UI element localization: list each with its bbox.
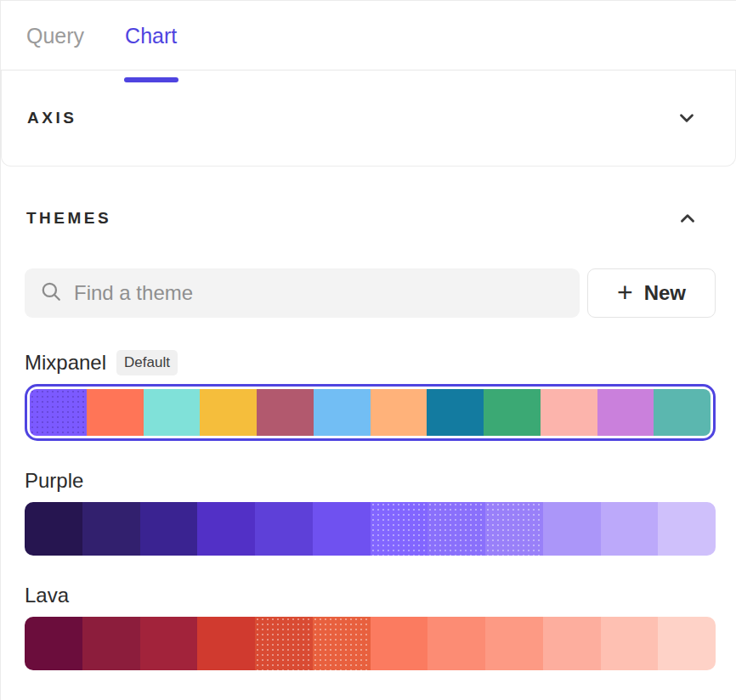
chart-settings-panel: Query Chart AXIS THEMES xyxy=(0,0,736,700)
tab-bar: Query Chart xyxy=(1,1,736,71)
theme-item: MixpanelDefault xyxy=(25,350,716,441)
theme-swatch xyxy=(601,502,659,556)
theme-swatch xyxy=(543,502,601,556)
theme-swatch xyxy=(601,617,659,670)
theme-search-row: + New xyxy=(25,268,716,318)
theme-search-box[interactable] xyxy=(25,268,580,318)
theme-name: Purple xyxy=(25,468,83,494)
theme-swatch xyxy=(427,617,485,670)
theme-name: Mixpanel xyxy=(25,350,106,375)
chevron-down-icon xyxy=(676,107,698,129)
theme-swatch xyxy=(485,502,543,556)
theme-swatch xyxy=(255,502,313,556)
themes-section-title: THEMES xyxy=(26,209,111,228)
theme-swatch xyxy=(25,502,82,556)
theme-swatch xyxy=(658,502,716,556)
theme-swatch xyxy=(140,617,198,670)
theme-item: Purple xyxy=(25,468,716,556)
theme-swatch xyxy=(658,617,716,670)
new-theme-button-label: New xyxy=(644,281,686,305)
theme-list: MixpanelDefaultPurpleLavaMist xyxy=(25,350,716,700)
theme-swatch xyxy=(30,389,87,436)
theme-swatch xyxy=(140,502,198,556)
theme-search-input[interactable] xyxy=(74,281,564,305)
theme-swatch xyxy=(597,389,654,436)
theme-swatch xyxy=(543,617,601,670)
themes-section: THEMES + New Mixp xyxy=(1,170,736,700)
theme-swatch xyxy=(82,617,140,670)
theme-swatch xyxy=(371,502,428,556)
theme-swatch xyxy=(654,389,711,436)
theme-swatch xyxy=(313,617,371,670)
theme-swatch xyxy=(314,389,371,436)
theme-label-row: Lava xyxy=(25,583,716,608)
theme-item: Lava xyxy=(25,583,716,670)
theme-swatch-row[interactable] xyxy=(25,617,716,670)
axis-section-header[interactable]: AXIS xyxy=(1,71,736,167)
theme-swatch xyxy=(485,617,543,670)
theme-label-row: Purple xyxy=(25,468,716,494)
theme-name: Lava xyxy=(25,583,69,608)
theme-swatch xyxy=(197,617,255,670)
theme-swatch-row[interactable] xyxy=(25,502,716,556)
selected-theme-border[interactable] xyxy=(25,384,716,441)
theme-swatch xyxy=(144,389,201,436)
theme-swatch-row[interactable] xyxy=(30,389,711,436)
axis-section-title: AXIS xyxy=(27,109,76,127)
theme-swatch xyxy=(255,617,313,670)
theme-swatch xyxy=(541,389,597,436)
tab-query[interactable]: Query xyxy=(26,23,84,70)
theme-swatch xyxy=(371,617,428,670)
theme-swatch xyxy=(313,502,371,556)
tab-chart[interactable]: Chart xyxy=(125,23,177,70)
new-theme-button[interactable]: + New xyxy=(587,268,716,318)
theme-default-badge: Default xyxy=(116,350,178,375)
theme-swatch xyxy=(82,502,140,556)
theme-swatch xyxy=(87,389,144,436)
theme-swatch xyxy=(427,502,485,556)
themes-section-header[interactable]: THEMES xyxy=(25,170,716,229)
search-icon xyxy=(40,280,62,306)
theme-label-row: MixpanelDefault xyxy=(25,350,716,375)
theme-swatch xyxy=(25,617,82,670)
theme-swatch xyxy=(257,389,314,436)
plus-icon: + xyxy=(617,279,633,306)
theme-swatch xyxy=(371,389,427,436)
theme-swatch xyxy=(484,389,541,436)
theme-swatch xyxy=(200,389,257,436)
theme-swatch xyxy=(427,389,484,436)
theme-swatch xyxy=(197,502,255,556)
chevron-up-icon xyxy=(677,207,699,229)
